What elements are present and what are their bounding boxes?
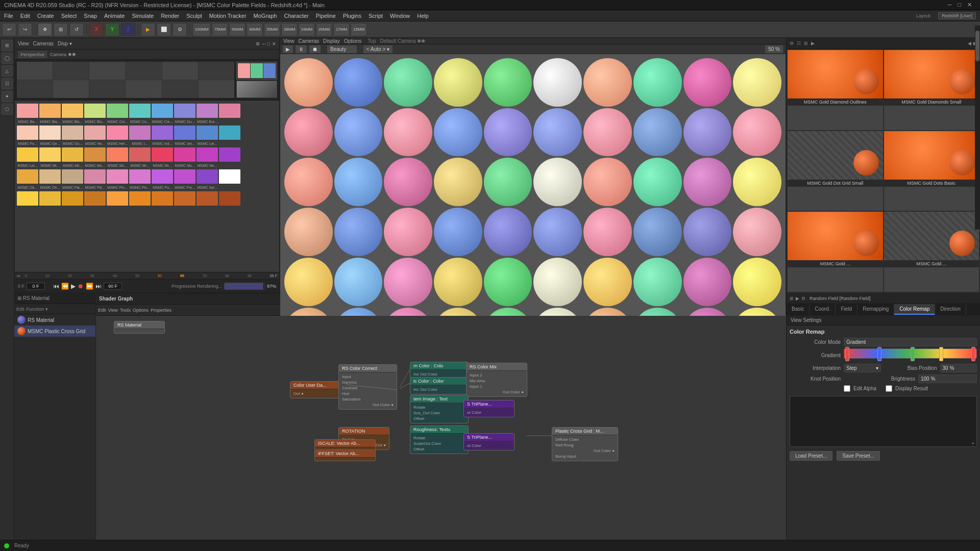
palette-swatch[interactable]: [152, 104, 173, 118]
palette-swatch[interactable]: [107, 147, 128, 162]
thumb-scroll-thumb[interactable]: [975, 31, 979, 61]
palette-swatch[interactable]: [174, 104, 195, 118]
shader-edit-btn[interactable]: Edit: [98, 308, 106, 313]
edit-alpha-checkbox[interactable]: [844, 385, 850, 392]
menu-plugins[interactable]: Plugins: [343, 13, 361, 19]
menu-file[interactable]: File: [4, 13, 13, 19]
palette-swatch[interactable]: [197, 169, 218, 184]
cam-thumb-4[interactable]: [126, 62, 161, 80]
close-btn[interactable]: ✕: [967, 2, 972, 8]
thumb-item[interactable]: MSMC Gold ...: [788, 212, 883, 292]
cam-thumb-8[interactable]: [53, 80, 89, 98]
palette-swatch[interactable]: [107, 126, 128, 140]
y-axis-btn[interactable]: Y: [105, 23, 119, 36]
palette-swatch[interactable]: [197, 191, 218, 206]
brightness-value[interactable]: 100 %: [918, 374, 977, 383]
cam-thumb-6[interactable]: [199, 62, 234, 80]
mat-item-plastic[interactable]: MSMC Plastic Cross Grid: [14, 325, 95, 337]
palette-swatch[interactable]: [17, 169, 38, 184]
pb-forward[interactable]: ⏭: [95, 283, 102, 290]
thumb-header-icon4[interactable]: ▶: [811, 41, 815, 46]
tab-basic[interactable]: Basic: [787, 304, 810, 315]
gradient-stop-red[interactable]: [845, 347, 849, 361]
save-preset-btn[interactable]: Save Preset...: [837, 451, 880, 461]
menu-create[interactable]: Create: [37, 13, 54, 19]
node-ic-color[interactable]: ic Color : Color Inc Out Color: [410, 377, 469, 394]
vp-auto-btn[interactable]: < Auto > ▾: [363, 45, 393, 54]
palette-swatch[interactable]: [84, 126, 106, 140]
rotate-btn[interactable]: ↺: [69, 23, 84, 36]
props-icon2[interactable]: ▶: [796, 296, 799, 301]
props-icon1[interactable]: ⊞: [790, 296, 794, 301]
sidebar-icon-1[interactable]: ⊞: [2, 40, 13, 51]
menu-render[interactable]: Render: [161, 13, 179, 19]
pb-prev-frame[interactable]: ⏪: [61, 283, 69, 290]
shader-tools-btn[interactable]: Tools: [120, 308, 131, 313]
sidebar-icon-6[interactable]: ⬡: [2, 104, 13, 115]
cam-100mm[interactable]: 100MM: [192, 23, 211, 36]
mat-add-btn[interactable]: Edit: [16, 307, 24, 312]
palette-swatch[interactable]: [39, 147, 61, 162]
node-triplane1[interactable]: S TriPlane... ut Color: [463, 400, 514, 417]
palette-swatch[interactable]: [219, 191, 240, 206]
layout-value[interactable]: Redshift [User]: [938, 12, 976, 19]
vp-options-btn[interactable]: Options: [344, 38, 361, 44]
menu-sculpt[interactable]: Sculpt: [186, 13, 202, 19]
palette-view-btn[interactable]: View: [18, 41, 29, 46]
display-result-checkbox[interactable]: [886, 385, 892, 392]
thumb-item[interactable]: MSMC Gold ...: [884, 212, 979, 292]
cam-thumb-7[interactable]: [17, 80, 53, 98]
vp-play-btn[interactable]: ▶: [282, 45, 293, 54]
palette-swatch[interactable]: [62, 169, 83, 184]
palette-swatch[interactable]: [129, 169, 151, 184]
palette-disp-btn[interactable]: Disp ▾: [58, 41, 72, 46]
cam-thumb-5[interactable]: [162, 62, 198, 80]
node-rs-color-correct[interactable]: RS Color Correct Input Gamma Contrast Hu…: [338, 364, 397, 410]
palette-swatch[interactable]: [84, 147, 106, 162]
palette-swatch[interactable]: [17, 104, 38, 118]
node-iffset[interactable]: iFFSET: Vector Ab...: [314, 449, 376, 461]
cam-40mm[interactable]: 40MM: [247, 23, 263, 36]
color-mode-value[interactable]: Gradient: [844, 338, 977, 346]
cam-75mm[interactable]: 75MM: [212, 23, 228, 36]
vp-display-btn[interactable]: Display: [323, 38, 340, 44]
cam-20mm[interactable]: 20MM: [316, 23, 332, 36]
redo-btn[interactable]: ↪: [18, 23, 32, 36]
x-axis-btn[interactable]: X: [89, 23, 104, 36]
load-preset-btn[interactable]: Load Preset...: [790, 451, 832, 461]
bias-position-value[interactable]: 30 %: [940, 364, 977, 372]
vp-cameras-btn[interactable]: Cameras: [299, 38, 320, 44]
pb-next-frame[interactable]: ⏩: [86, 283, 93, 290]
menu-snap[interactable]: Snap: [84, 13, 97, 19]
scale-btn[interactable]: ⊞: [54, 23, 68, 36]
cam-thumb-1[interactable]: [17, 62, 53, 80]
palette-swatch[interactable]: [39, 104, 61, 118]
palette-swatch[interactable]: [62, 126, 83, 140]
menu-character[interactable]: Character: [284, 13, 308, 19]
cam-50mm[interactable]: 50MM: [229, 23, 246, 36]
palette-expand-icon[interactable]: □: [267, 41, 270, 46]
palette-swatch[interactable]: [197, 147, 218, 162]
node-rs-material[interactable]: RS Material: [114, 321, 165, 334]
shader-view-btn[interactable]: View: [108, 308, 118, 313]
node-rs-color-mix[interactable]: RS Color Mix Input 2 Mix Amo Input 1 Out…: [466, 363, 527, 397]
shader-options-btn[interactable]: Options: [133, 308, 149, 313]
palette-swatch[interactable]: [152, 191, 173, 206]
undo-btn[interactable]: ↩: [2, 23, 16, 36]
palette-swatch[interactable]: [174, 169, 195, 184]
tab-color-remap[interactable]: Color Remap: [894, 304, 935, 315]
palette-swatch[interactable]: [39, 191, 61, 206]
palette-swatch[interactable]: [129, 147, 151, 162]
menu-window[interactable]: Window: [390, 13, 410, 19]
palette-swatch[interactable]: [62, 104, 83, 118]
frame-input[interactable]: 0 F: [27, 283, 45, 290]
palette-swatch[interactable]: [174, 191, 195, 206]
menu-select[interactable]: Select: [61, 13, 77, 19]
cam-thumb-12[interactable]: [199, 80, 234, 98]
palette-swatch[interactable]: [17, 191, 38, 206]
gradient-stop-yellow[interactable]: [939, 347, 943, 361]
sidebar-icon-5[interactable]: ✦: [2, 91, 13, 102]
vp-view-btn[interactable]: View: [283, 38, 295, 44]
minimize-btn[interactable]: ─: [948, 2, 952, 8]
perspective-cam-btn[interactable]: Perspective: [18, 51, 47, 58]
